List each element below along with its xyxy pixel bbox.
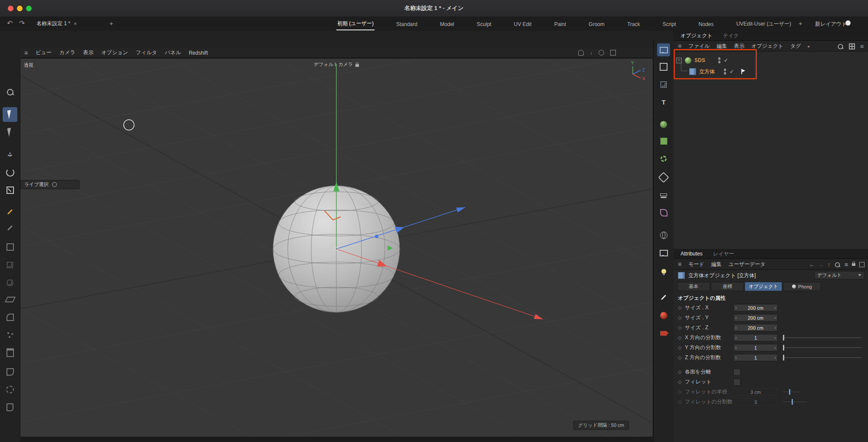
key-diamond-icon[interactable]: ◇	[678, 369, 685, 375]
boole-tool-icon[interactable]	[3, 310, 17, 324]
segments-x-field[interactable]: ‹1›	[733, 334, 778, 341]
menu-panel[interactable]: パネル	[165, 49, 181, 56]
tab-attributes[interactable]: Attributes	[681, 251, 703, 257]
layout-tab-initial[interactable]: 初期 (ユーザー)	[336, 17, 375, 30]
layout-toggle[interactable]	[851, 20, 852, 28]
tag-tool-icon[interactable]	[3, 400, 17, 415]
tab-objects[interactable]: オブジェクト	[681, 32, 713, 39]
am-list-icon[interactable]: ≡	[845, 261, 848, 268]
history-back-icon[interactable]: ←	[809, 262, 815, 268]
menu-display[interactable]: 表示	[83, 49, 94, 56]
instance-generator-icon[interactable]	[657, 134, 670, 147]
cube-object-icon[interactable]	[657, 78, 670, 91]
om-menu-object[interactable]: オブジェクト	[751, 43, 783, 50]
segments-y-slider[interactable]	[783, 344, 862, 351]
key-diamond-icon[interactable]: ◇	[678, 335, 685, 341]
fillet-checkbox[interactable]	[733, 379, 740, 386]
key-diamond-icon[interactable]: ◇	[678, 325, 685, 331]
spinner-right-icon[interactable]: ›	[774, 335, 776, 340]
section-title[interactable]: オブジェクトの属性	[674, 292, 868, 303]
om-menu-more-icon[interactable]: ▸	[808, 44, 810, 49]
key-diamond-icon[interactable]: ◇	[678, 355, 685, 360]
sketch-tool-icon[interactable]	[3, 220, 17, 235]
platonic-object-icon[interactable]	[657, 171, 670, 184]
layout-tab-nodes[interactable]: Nodes	[698, 18, 715, 29]
layout-tab-uvedit[interactable]: UV Edit	[513, 18, 533, 29]
camera-label[interactable]: デフォルトカメラ	[314, 61, 359, 68]
generator-gear-icon[interactable]	[657, 152, 670, 165]
segments-z-slider[interactable]	[783, 354, 862, 361]
add-document-icon[interactable]: +	[109, 20, 113, 27]
key-diamond-icon[interactable]: ◇	[678, 345, 685, 350]
array-tool-icon[interactable]	[3, 327, 17, 342]
subdivision-generator-icon[interactable]	[3, 275, 17, 290]
move-tool-icon[interactable]: ↔↕	[3, 147, 17, 162]
sds-generator-icon[interactable]	[657, 118, 670, 131]
menu-filter[interactable]: フィルタ	[136, 49, 157, 56]
close-window-button[interactable]	[8, 6, 13, 11]
cube-primitive-icon[interactable]	[3, 258, 17, 272]
material-pen-icon[interactable]	[657, 291, 670, 304]
key-diamond-icon[interactable]: ◇	[678, 305, 685, 311]
deformer-icon[interactable]	[657, 206, 670, 219]
pan-hand-icon[interactable]	[578, 50, 584, 56]
om-menu-icon[interactable]: ≡	[678, 43, 681, 49]
menu-redshift[interactable]: Redshift	[189, 50, 208, 56]
layout-tab-model[interactable]: Model	[439, 18, 455, 29]
tab-coordinates[interactable]: 座標	[711, 282, 744, 291]
redshift-material-icon[interactable]	[657, 309, 670, 322]
am-menu-mode[interactable]: モード	[688, 261, 704, 268]
layout-tab-track[interactable]: Track	[626, 18, 641, 29]
document-tab[interactable]: 名称未設定 1 * ×	[36, 20, 77, 27]
am-frame-icon[interactable]	[859, 262, 865, 267]
spinner-right-icon[interactable]: ›	[774, 315, 776, 320]
add-layout-icon[interactable]: +	[799, 20, 802, 27]
deformer-tool-icon[interactable]	[3, 364, 17, 379]
size-y-field[interactable]: ‹200 cm›	[733, 314, 778, 321]
plane-object-icon[interactable]	[657, 60, 670, 73]
text-object-icon[interactable]: T	[657, 95, 670, 108]
plane-tool-icon[interactable]	[3, 292, 17, 307]
sync-icon[interactable]: ↓	[590, 50, 592, 56]
om-filter-icon[interactable]	[849, 43, 855, 49]
om-menu-edit[interactable]: 編集	[717, 43, 727, 50]
tab-layers[interactable]: レイヤー	[713, 250, 734, 258]
minimize-window-button[interactable]	[17, 6, 23, 11]
spinner-right-icon[interactable]: ›	[774, 355, 776, 360]
field-tool-icon[interactable]	[3, 382, 17, 397]
tab-takes[interactable]: テイク	[723, 32, 739, 39]
tab-basic[interactable]: 基本	[677, 282, 710, 291]
layout-tab-uvedit-user[interactable]: UVEdit-User (ユーザー)	[735, 17, 792, 30]
layout-tab-script[interactable]: Script	[662, 18, 677, 29]
cloner-layers-icon[interactable]	[657, 188, 670, 201]
tab-phong[interactable]: Phong	[783, 282, 821, 291]
layout-tab-sculpt[interactable]: Sculpt	[476, 18, 492, 29]
am-menu-edit[interactable]: 編集	[711, 261, 722, 268]
rotate-tool-icon[interactable]	[3, 165, 17, 180]
history-forward-icon[interactable]: →	[819, 262, 824, 268]
menu-view[interactable]: ビュー	[36, 49, 52, 56]
am-menu-userdata[interactable]: ユーザーデータ	[729, 261, 766, 268]
spinner-right-icon[interactable]: ›	[774, 345, 776, 350]
parent-up-icon[interactable]: ↑	[828, 262, 830, 268]
viewport-manager-icon[interactable]	[657, 43, 670, 56]
layout-tab-standard[interactable]: Standard	[395, 18, 418, 29]
history-icon[interactable]	[598, 50, 604, 56]
menu-camera[interactable]: カメラ	[59, 49, 76, 56]
camera-object-icon[interactable]	[657, 246, 670, 259]
layout-tab-groom[interactable]: Groom	[588, 18, 605, 29]
spline-primitive-icon[interactable]	[3, 239, 17, 254]
viewport[interactable]: 透視 デフォルトカメラ ライブ選択 グリッド間隔 : 50 cm Y Z X	[20, 58, 653, 437]
om-menu-view[interactable]: 表示	[734, 43, 744, 50]
am-lock-icon[interactable]	[852, 263, 855, 266]
size-z-field[interactable]: ‹200 cm›	[733, 324, 778, 331]
environment-globe-icon[interactable]	[657, 229, 670, 242]
segments-z-field[interactable]: ‹1›	[733, 354, 778, 361]
am-menu-icon[interactable]: ≡	[678, 261, 681, 268]
tab-object[interactable]: オブジェクト	[745, 282, 782, 291]
viewport-menu-icon[interactable]: ≡	[24, 49, 28, 56]
new-layout-label[interactable]: 新レイアウト	[815, 20, 847, 28]
maximize-view-icon[interactable]	[610, 50, 616, 56]
scale-tool-icon[interactable]	[3, 183, 17, 197]
am-search-icon[interactable]	[835, 262, 840, 267]
